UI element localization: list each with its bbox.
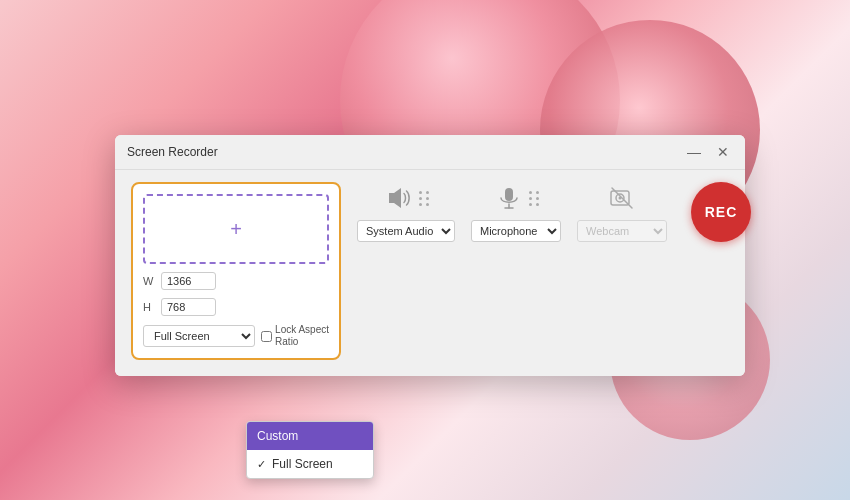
height-input[interactable] <box>161 298 216 316</box>
screen-preview-area[interactable]: + <box>143 194 329 264</box>
av-section: System Audio None <box>357 182 751 242</box>
system-audio-icon-row <box>383 182 430 214</box>
screen-size-select[interactable]: Full Screen Custom <box>143 325 255 347</box>
height-row: H <box>143 298 329 316</box>
lock-aspect-label: Lock AspectRatio <box>275 324 329 348</box>
svg-rect-1 <box>505 188 513 201</box>
dropdown-option-custom[interactable]: Custom <box>247 422 373 450</box>
lock-aspect-container: Lock AspectRatio <box>261 324 329 348</box>
fullscreen-option-label: Full Screen <box>272 457 333 471</box>
rec-button[interactable]: REC <box>691 182 751 242</box>
rec-label: REC <box>705 204 738 220</box>
microphone-select[interactable]: Microphone None <box>471 220 561 242</box>
dropdown-option-fullscreen[interactable]: ✓ Full Screen <box>247 450 373 478</box>
webcam-icon <box>606 182 638 214</box>
dropdown-popup: Custom ✓ Full Screen <box>246 421 374 479</box>
window-title: Screen Recorder <box>127 145 218 159</box>
width-row: W <box>143 272 329 290</box>
height-label: H <box>143 301 155 313</box>
screen-recorder-window: Screen Recorder — ✕ + W H <box>115 135 745 376</box>
microphone-icon-row <box>493 182 540 214</box>
fullscreen-check-icon: ✓ <box>257 458 266 471</box>
dropdown-lock-row: Full Screen Custom Lock AspectRatio <box>143 324 329 348</box>
minimize-button[interactable]: — <box>683 143 705 161</box>
width-label: W <box>143 275 155 287</box>
microphone-dots <box>529 191 540 206</box>
webcam-icon-row <box>606 182 638 214</box>
system-audio-group: System Audio None <box>357 182 455 242</box>
lock-aspect-checkbox[interactable] <box>261 331 272 342</box>
window-body: + W H Full Screen Custom Lock As <box>115 170 745 376</box>
microphone-group: Microphone None <box>471 182 561 242</box>
system-audio-select[interactable]: System Audio None <box>357 220 455 242</box>
webcam-group: Webcam <box>577 182 667 242</box>
screen-area-section: + W H Full Screen Custom Lock As <box>131 182 341 360</box>
title-bar-controls: — ✕ <box>683 143 733 161</box>
speaker-icon <box>383 182 415 214</box>
webcam-select[interactable]: Webcam <box>577 220 667 242</box>
svg-marker-0 <box>389 188 401 208</box>
custom-option-label: Custom <box>257 429 298 443</box>
system-audio-dots <box>419 191 430 206</box>
microphone-icon <box>493 182 525 214</box>
title-bar: Screen Recorder — ✕ <box>115 135 745 170</box>
add-region-icon: + <box>230 219 242 239</box>
close-button[interactable]: ✕ <box>713 143 733 161</box>
width-input[interactable] <box>161 272 216 290</box>
